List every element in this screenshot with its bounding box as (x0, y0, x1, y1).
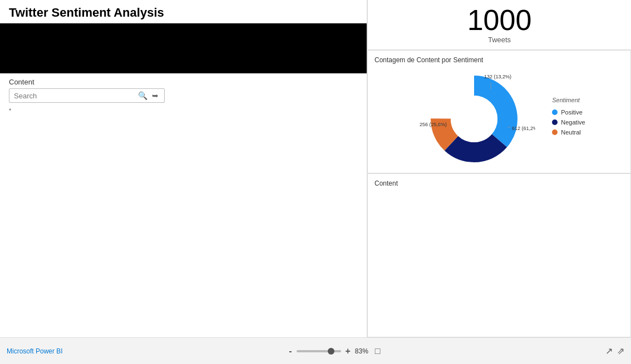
left-white-area (0, 116, 367, 337)
left-panel: Twitter Sentiment Analysis Content 🔍 ➥ * (0, 0, 367, 337)
black-banner (0, 23, 367, 73)
donut-svg: 132 (13,2%) 612 (61,2%) 256 (25,6%) (413, 66, 535, 166)
bottom-icons: ↗ ⇗ (605, 346, 624, 356)
content-bottom-panel: Content (367, 173, 631, 337)
zoom-slider[interactable] (297, 350, 341, 352)
search-input[interactable] (14, 92, 137, 100)
fit-screen-button[interactable]: □ (375, 346, 381, 356)
legend-item-negative: Negative (552, 119, 585, 126)
search-box-container: 🔍 ➥ (9, 88, 165, 103)
page-title: Twitter Sentiment Analysis (9, 6, 358, 20)
legend-dot-positive (552, 109, 558, 115)
asterisk-note: * (0, 105, 367, 116)
zoom-minus-button[interactable]: - (288, 346, 293, 356)
donut-hole (451, 96, 497, 142)
tweets-count: 1000 (467, 6, 532, 34)
content-filter-label: Content (9, 78, 358, 86)
content-filter: Content 🔍 ➥ (0, 73, 367, 105)
legend-dot-negative (552, 119, 558, 125)
chart-legend: Sentiment Positive Negative Neutral (552, 97, 585, 136)
label-negative: 256 (25,6%) (420, 122, 447, 127)
legend-label-neutral: Neutral (561, 129, 580, 136)
tweets-counter: 1000 Tweets (367, 0, 631, 50)
content-panel-title: Content (374, 179, 624, 187)
label-positive: 612 (61,2%) (512, 126, 535, 131)
donut-container: 132 (13,2%) 612 (61,2%) 256 (25,6%) Sent… (374, 67, 624, 165)
clear-filter-button[interactable]: ➥ (151, 91, 160, 100)
expand-button[interactable]: ⇗ (617, 346, 624, 356)
zoom-percent: 83% (355, 347, 372, 355)
donut-chart-title: Contagem de Content por Sentiment (374, 56, 624, 64)
chart-area: 132 (13,2%) 612 (61,2%) 256 (25,6%) (413, 66, 535, 166)
legend-label-negative: Negative (561, 119, 585, 126)
zoom-controls: - + 83% □ (288, 346, 380, 356)
legend-dot-neutral (552, 129, 558, 135)
donut-chart-panel: Contagem de Content por Sentiment (367, 50, 631, 173)
share-button[interactable]: ↗ (605, 346, 613, 356)
title-bar: Twitter Sentiment Analysis (0, 0, 367, 23)
zoom-plus-button[interactable]: + (344, 346, 352, 356)
tweets-label: Tweets (488, 36, 511, 44)
legend-title: Sentiment (552, 97, 585, 103)
legend-item-neutral: Neutral (552, 129, 585, 136)
right-panel: 1000 Tweets Contagem de Content por Sent… (367, 0, 631, 337)
legend-item-positive: Positive (552, 109, 585, 116)
powerbi-link[interactable]: Microsoft Power BI (7, 347, 63, 355)
bottom-bar: Microsoft Power BI - + 83% □ ↗ ⇗ (0, 337, 631, 364)
label-neutral: 132 (13,2%) (484, 74, 511, 79)
legend-label-positive: Positive (561, 109, 583, 116)
search-icon-button[interactable]: 🔍 (137, 91, 149, 100)
